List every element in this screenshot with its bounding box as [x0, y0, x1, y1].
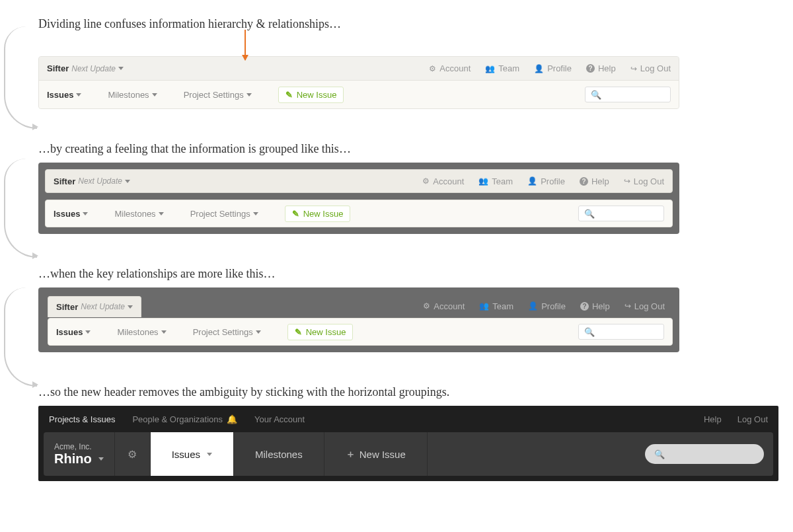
- flow-arrow-3: [4, 287, 37, 387]
- old-header-v2: Sifter Next Update ⚙Account 👥Team 👤Profi…: [38, 163, 679, 234]
- search-input[interactable]: 🔍: [585, 87, 671, 102]
- navbar: Issues Milestones Project Settings ✎New …: [39, 81, 679, 108]
- annotation-3: …when the key relationships are more lik…: [38, 267, 767, 281]
- profile-link[interactable]: 👤Profile: [534, 63, 572, 73]
- search-icon: 🔍: [584, 327, 595, 337]
- help-icon: ?: [580, 302, 589, 311]
- nav-milestones[interactable]: Milestones: [114, 209, 163, 219]
- account-link[interactable]: ⚙Account: [422, 176, 464, 186]
- new-header: Projects & Issues People & Organizations…: [38, 406, 778, 481]
- chevron-down-icon: [98, 457, 104, 461]
- edit-icon: ✎: [285, 90, 293, 100]
- topbar: Sifter Next Update ⚙Account 👥Team 👤Profi…: [39, 57, 679, 81]
- brand: Sifter: [56, 302, 78, 312]
- new-issue-button[interactable]: ✎New Issue: [287, 324, 354, 340]
- nav-issues[interactable]: Issues: [56, 327, 91, 337]
- company-name: Acme, Inc.: [54, 442, 104, 451]
- chevron-down-icon: [76, 93, 81, 96]
- chevron-down-icon: [253, 212, 258, 215]
- old-header-v3: Sifter Next Update ⚙Account 👥Team 👤Profi…: [38, 287, 679, 352]
- nav-issues[interactable]: Issues: [47, 90, 81, 100]
- brand[interactable]: Sifter: [54, 176, 75, 186]
- navbar: Issues Milestones Project Settings ✎New …: [45, 200, 673, 227]
- tab-issues[interactable]: Issues: [151, 432, 234, 476]
- help-link[interactable]: ?Help: [586, 63, 616, 73]
- logout-icon: ↪: [624, 301, 631, 311]
- project-name: Rhino: [54, 451, 92, 467]
- nav-milestones[interactable]: Milestones: [117, 327, 166, 337]
- brand[interactable]: Sifter: [47, 63, 69, 73]
- search-input[interactable]: 🔍: [578, 324, 664, 340]
- chevron-down-icon: [256, 330, 261, 334]
- search-input[interactable]: 🔍: [578, 206, 664, 221]
- bell-icon: 🔔: [227, 414, 237, 424]
- logout-link[interactable]: Log Out: [737, 414, 768, 424]
- edit-icon: ✎: [295, 327, 302, 337]
- logout-link[interactable]: ↪Log Out: [630, 63, 671, 73]
- chevron-down-icon: [159, 212, 164, 215]
- team-link[interactable]: 👥Team: [485, 63, 519, 73]
- new-header-topbar: Projects & Issues People & Organizations…: [38, 406, 778, 432]
- dividing-line-arrow: [245, 30, 246, 60]
- project-selector[interactable]: Acme, Inc. Rhino: [44, 432, 115, 476]
- team-link[interactable]: 👥Team: [478, 176, 513, 186]
- annotation-1: Dividing line confuses information hiera…: [38, 17, 767, 31]
- search-icon: 🔍: [654, 449, 665, 459]
- new-issue-button[interactable]: ✎New Issue: [285, 206, 351, 222]
- new-issue-button[interactable]: ✎New Issue: [278, 87, 344, 103]
- project-settings-button[interactable]: ⚙: [115, 432, 151, 476]
- new-issue-button[interactable]: ＋New Issue: [324, 432, 428, 476]
- profile-icon: 👤: [534, 64, 544, 73]
- search-input[interactable]: 🔍: [645, 444, 764, 464]
- project-subtitle: Next Update: [78, 176, 122, 186]
- logout-link[interactable]: ↪Log Out: [624, 301, 665, 311]
- search-icon: 🔍: [591, 90, 601, 100]
- nav-settings[interactable]: Project Settings: [184, 90, 252, 100]
- nav-settings[interactable]: Project Settings: [190, 209, 258, 219]
- logout-link[interactable]: ↪Log Out: [624, 176, 664, 186]
- chevron-down-icon: [83, 212, 88, 215]
- team-icon: 👥: [478, 176, 488, 186]
- profile-icon: 👤: [527, 176, 537, 186]
- old-header-v1: Sifter Next Update ⚙Account 👥Team 👤Profi…: [38, 56, 679, 109]
- edit-icon: ✎: [292, 209, 299, 219]
- topbar: Sifter Next Update ⚙Account 👥Team 👤Profi…: [45, 169, 673, 193]
- flow-arrow-2: [4, 159, 37, 258]
- help-link[interactable]: ?Help: [580, 176, 609, 186]
- gear-icon: ⚙: [423, 301, 430, 311]
- annotation-4: …so the new header removes the ambiguity…: [38, 385, 767, 399]
- gear-icon: ⚙: [429, 64, 436, 73]
- chevron-down-icon[interactable]: [125, 180, 130, 183]
- logout-icon: ↪: [624, 176, 630, 186]
- account-link[interactable]: ⚙Account: [423, 301, 465, 311]
- topbar: Sifter Next Update ⚙Account 👥Team 👤Profi…: [48, 294, 673, 318]
- chevron-down-icon: [152, 93, 157, 96]
- project-subtitle: Next Update: [71, 64, 116, 73]
- nav-settings[interactable]: Project Settings: [193, 327, 261, 337]
- nav-milestones[interactable]: Milestones: [108, 90, 157, 100]
- plus-icon: ＋: [346, 448, 356, 461]
- gear-icon: ⚙: [128, 448, 137, 461]
- team-link[interactable]: 👥Team: [479, 301, 513, 311]
- team-icon: 👥: [485, 64, 495, 73]
- profile-link[interactable]: 👤Profile: [528, 301, 566, 311]
- new-header-subbar: Acme, Inc. Rhino ⚙ Issues Milestones ＋Ne…: [44, 432, 773, 476]
- chevron-down-icon[interactable]: [118, 67, 124, 70]
- navbar: Issues Milestones Project Settings ✎New …: [48, 318, 673, 346]
- chevron-down-icon: [128, 305, 133, 309]
- nav-issues[interactable]: Issues: [54, 209, 88, 219]
- nav-your-account[interactable]: Your Account: [254, 414, 305, 424]
- help-link[interactable]: Help: [704, 414, 722, 424]
- profile-icon: 👤: [528, 301, 538, 311]
- tab-milestones[interactable]: Milestones: [234, 432, 324, 476]
- chevron-down-icon: [246, 93, 252, 96]
- profile-link[interactable]: 👤Profile: [527, 176, 565, 186]
- flow-arrow-1: [4, 26, 37, 129]
- nav-projects-issues[interactable]: Projects & Issues: [49, 414, 115, 424]
- logout-icon: ↪: [630, 64, 637, 73]
- nav-people-orgs[interactable]: People & Organizations🔔: [132, 414, 237, 424]
- project-tab[interactable]: Sifter Next Update: [48, 296, 141, 317]
- chevron-down-icon: [161, 330, 167, 334]
- help-link[interactable]: ?Help: [580, 301, 610, 311]
- account-link[interactable]: ⚙Account: [429, 63, 471, 73]
